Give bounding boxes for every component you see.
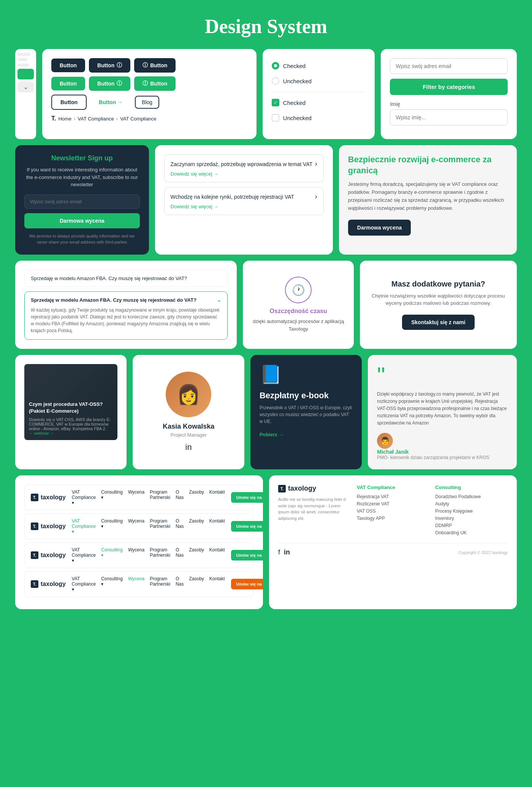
- dark-button-3[interactable]: ⓘ Button: [134, 58, 176, 73]
- testimonial-text: Dzięki współpracy z taxology.co mamy pew…: [377, 391, 508, 427]
- clock-card: 🕐 Oszczędność czasu dzięki automatyzacji…: [243, 261, 353, 349]
- video-placeholder: Czym jest procedura VAT-OSS? (Pakiet E-C…: [24, 364, 117, 440]
- outline-button-1[interactable]: Button: [51, 95, 87, 110]
- outline-green-button[interactable]: Button →: [90, 95, 131, 109]
- footer-top: T. taxology Anillo me se bondig maecung …: [278, 485, 508, 537]
- blog-video-card[interactable]: Czym jest procedura VAT-OSS? (Pakiet E-C…: [15, 355, 127, 470]
- checkbox-checked[interactable]: ✓ Checked: [272, 95, 366, 110]
- nav-item-kontakt-3[interactable]: Kontakt: [209, 547, 225, 563]
- nav-item-onas-1[interactable]: O Nas: [176, 489, 184, 505]
- nav-item-zasoby-4[interactable]: Zasoby: [189, 576, 204, 592]
- nav-item-zasoby-2[interactable]: Zasoby: [189, 518, 204, 534]
- nav-cta-button-4[interactable]: Umów się na konsultację: [231, 579, 263, 589]
- faq-item-2[interactable]: Wchodzę na kolejne rynki, potrzebuję rej…: [164, 187, 324, 215]
- faq-q1-link[interactable]: Dowiedz się więcej →: [171, 171, 218, 177]
- dark-button-2[interactable]: Button ⓘ: [89, 58, 130, 73]
- faq-chevron-1: ›: [315, 160, 317, 168]
- green-button-1[interactable]: Button: [51, 77, 85, 90]
- footer-col1-item-1[interactable]: Rejestracja VAT: [357, 494, 429, 499]
- newsletter-submit-button[interactable]: Darmowa wycena: [24, 213, 140, 228]
- nav-item-partner-1[interactable]: Program Partnerski: [150, 489, 170, 505]
- nav-item-onas-3[interactable]: O Nas: [176, 547, 184, 563]
- nav-item-consulting-1[interactable]: Consulting ▾: [101, 489, 123, 505]
- ebook-download-button[interactable]: Pobierz →: [260, 432, 284, 437]
- nav-item-consulting-4[interactable]: Consulting ▾: [101, 576, 123, 592]
- desc-title: Bezpiecznie rozwijaj e-commerce za grani…: [348, 154, 508, 176]
- radio-checked[interactable]: Checked: [272, 58, 366, 73]
- faq-q2-link[interactable]: Dowiedz się więcej →: [171, 204, 218, 209]
- nav-item-vat-4[interactable]: VAT Compliance ▾: [72, 576, 96, 592]
- blog-button[interactable]: Blog: [135, 96, 159, 109]
- footer-col2-item-3[interactable]: Procesy Księgowe: [435, 508, 508, 514]
- nav-bar-1: T. taxology VAT Compliance ▾ Consulting …: [24, 485, 254, 510]
- nav-item-zasoby-3[interactable]: Zasoby: [189, 547, 204, 563]
- nav-item-wycena-4[interactable]: Wycena: [128, 576, 144, 592]
- nav-items-2: VAT Compliance ▾ Consulting ▾ Wycena Pro…: [72, 518, 225, 534]
- nav-item-consulting-3[interactable]: Consulting ▾: [101, 547, 123, 563]
- footer-col1-item-3[interactable]: VAT OSS: [357, 508, 429, 514]
- checkbox-checked-label: Checked: [283, 100, 306, 106]
- footer-col1-title: VAT Compliance: [357, 485, 429, 490]
- dark-button-1[interactable]: Button: [51, 59, 85, 72]
- left-partial-card: ⌄: [15, 49, 36, 139]
- nav-item-onas-4[interactable]: O Nas: [176, 576, 184, 592]
- facebook-icon[interactable]: f: [278, 548, 280, 556]
- nav-cta-button-3[interactable]: Umów się na konsultację: [231, 550, 263, 561]
- radio-unchecked[interactable]: Unchecked: [272, 73, 366, 89]
- footer-col2-item-1[interactable]: Doradztwo Podatkowe: [435, 494, 508, 499]
- nav-logo-4: T. taxology: [31, 580, 66, 588]
- contact-button[interactable]: Skontaktuj się z nami: [402, 315, 474, 330]
- nav-item-vat-3[interactable]: VAT Compliance ▾: [72, 547, 96, 563]
- nav-item-zasoby-1[interactable]: Zasoby: [189, 489, 204, 505]
- nav-cta-button-2[interactable]: Umów się na konsultację: [231, 521, 263, 532]
- nav-item-wycena-3[interactable]: Wycena: [128, 547, 144, 563]
- nav-cta-button-1[interactable]: Umów się na konsultację: [231, 492, 263, 503]
- email-input[interactable]: [390, 58, 508, 74]
- breadcrumb-vat2[interactable]: VAT Compliance: [120, 116, 156, 122]
- person-role: Project Manager: [170, 432, 206, 438]
- name-input[interactable]: [390, 109, 508, 125]
- newsletter-email-input[interactable]: [24, 195, 140, 209]
- footer-col1-item-2[interactable]: Rozliczenie VAT: [357, 501, 429, 507]
- checkbox-unchecked[interactable]: Unchecked: [272, 110, 366, 125]
- nav-item-wycena-2[interactable]: Wycena: [128, 518, 144, 534]
- nav-item-kontakt-1[interactable]: Kontakt: [209, 489, 225, 505]
- filter-button[interactable]: Filter by categories: [390, 79, 508, 95]
- green-button-3[interactable]: ⓘ Button: [134, 76, 176, 91]
- footer-logo-area: T. taxology Anillo me se bondig maecung …: [278, 485, 351, 537]
- nav-item-partner-2[interactable]: Program Partnerski: [150, 518, 170, 534]
- linkedin-footer-icon[interactable]: in: [284, 548, 290, 556]
- breadcrumb-vat1[interactable]: VAT Compliance: [78, 116, 114, 122]
- nav-item-onas-2[interactable]: O Nas: [176, 518, 184, 534]
- video-tag[interactable]: → webinar →: [29, 431, 113, 435]
- footer-col2-item-6[interactable]: Onboarding UK: [435, 530, 508, 535]
- footer-bottom: f in Copyright © 2022 taxology: [278, 543, 508, 556]
- nav-logo-t-1: T.: [31, 494, 38, 501]
- desc-cta-button[interactable]: Darmowa wycena: [348, 220, 411, 236]
- footer-col2-item-2[interactable]: Audyty: [435, 501, 508, 507]
- nav-bar-3: T. taxology VAT Compliance ▾ Consulting …: [24, 542, 254, 568]
- nav-item-vat-1[interactable]: VAT Compliance ▾: [72, 489, 96, 505]
- faq-item-1[interactable]: Zaczynam sprzedaż, potrzebuję wprowadzen…: [164, 154, 324, 182]
- footer-card: T. taxology Anillo me se bondig maecung …: [269, 475, 517, 609]
- accordion-question-closed[interactable]: Sprzedaję w modelu Amazon FBA. Czy muszę…: [24, 270, 228, 287]
- nav-item-vat-2[interactable]: VAT Compliance ▾: [72, 518, 96, 534]
- description-card: Bezpiecznie rozwijaj e-commerce za grani…: [339, 145, 517, 255]
- nav-item-partner-4[interactable]: Program Partnerski: [150, 576, 170, 592]
- breadcrumb-home[interactable]: Home: [58, 116, 71, 122]
- footer-col1-item-4[interactable]: Taxology APP: [357, 516, 429, 521]
- nav-item-wycena-1[interactable]: Wycena: [128, 489, 144, 505]
- nav-item-consulting-2[interactable]: Consulting ▾: [101, 518, 123, 534]
- footer-col2-item-4[interactable]: Inventory: [435, 516, 508, 521]
- nav-item-kontakt-4[interactable]: Kontakt: [209, 576, 225, 592]
- footer-col2-item-5[interactable]: DDMRP: [435, 523, 508, 528]
- nav-item-partner-3[interactable]: Program Partnerski: [150, 547, 170, 563]
- linkedin-icon[interactable]: in: [185, 442, 192, 452]
- accordion-item-active[interactable]: Sprzedaję w modelu Amazon FBA. Czy muszę…: [24, 291, 228, 340]
- testimonial-card: " Dzięki współpracy z taxology.co mamy p…: [368, 355, 517, 470]
- footer-logo: T. taxology: [278, 485, 351, 492]
- nav-item-kontakt-2[interactable]: Kontakt: [209, 518, 225, 534]
- green-button-2[interactable]: Button ⓘ: [89, 76, 130, 91]
- footer-col-2: Consulting Doradztwo Podatkowe Audyty Pr…: [435, 485, 508, 537]
- faq-card: Zaczynam sprzedaż, potrzebuję wprowadzen…: [155, 145, 333, 255]
